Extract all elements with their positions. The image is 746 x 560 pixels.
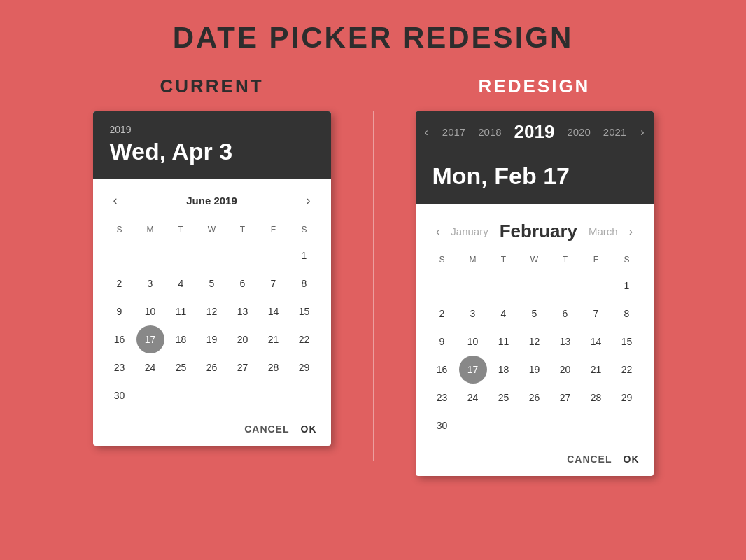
day-cell[interactable]: 4 xyxy=(167,270,195,298)
rd-day-cell[interactable]: 8 xyxy=(613,300,641,328)
month-item-january[interactable]: January xyxy=(451,225,488,237)
redesign-label: REDESIGN xyxy=(479,76,591,97)
day-cell[interactable]: 29 xyxy=(290,354,318,382)
day-cell[interactable]: 11 xyxy=(167,298,195,326)
day-cell[interactable]: 27 xyxy=(229,354,257,382)
rd-day-cell[interactable]: 2 xyxy=(428,300,456,328)
day-header-w1: W xyxy=(198,218,226,241)
rd-day-cell xyxy=(551,412,579,440)
day-cell[interactable]: 28 xyxy=(260,354,288,382)
current-cancel-button[interactable]: CANCEL xyxy=(244,424,289,435)
day-cell[interactable]: 8 xyxy=(290,270,318,298)
day-cell[interactable]: 14 xyxy=(260,298,288,326)
day-cell[interactable]: 18 xyxy=(167,326,195,354)
rd-day-cell[interactable]: 25 xyxy=(490,384,518,412)
current-section: CURRENT 2019 Wed, Apr 3 ‹ June 2019 › S … xyxy=(93,76,331,446)
day-header-t2: T xyxy=(229,218,257,241)
section-divider xyxy=(373,111,374,461)
rd-day-cell[interactable]: 29 xyxy=(613,384,641,412)
rd-day-cell[interactable]: 21 xyxy=(582,356,610,384)
rd-day-cell[interactable]: 13 xyxy=(551,328,579,356)
rd-day-cell[interactable]: 11 xyxy=(490,328,518,356)
day-cell[interactable]: 15 xyxy=(290,298,318,326)
year-item-2018[interactable]: 2018 xyxy=(478,126,501,138)
day-cell[interactable]: 24 xyxy=(136,354,164,382)
rd-day-cell[interactable]: 27 xyxy=(551,384,579,412)
month-item-february-active[interactable]: February xyxy=(500,220,577,242)
day-cell[interactable]: 22 xyxy=(290,326,318,354)
current-calendar-grid: S M T W T F S 1 2 3 xyxy=(104,218,320,410)
day-cell xyxy=(229,382,257,410)
day-cell[interactable]: 21 xyxy=(260,326,288,354)
current-header-date: Wed, Apr 3 xyxy=(110,138,314,165)
rd-day-cell[interactable]: 19 xyxy=(521,356,549,384)
rd-day-cell xyxy=(490,412,518,440)
current-ok-button[interactable]: OK xyxy=(301,424,317,435)
day-cell[interactable]: 25 xyxy=(167,354,195,382)
rd-day-cell[interactable]: 14 xyxy=(582,328,610,356)
redesign-next-year-button[interactable]: › xyxy=(639,126,645,139)
rd-day-cell xyxy=(613,412,641,440)
rd-day-cell-selected[interactable]: 17 xyxy=(459,356,487,384)
year-item-2017[interactable]: 2017 xyxy=(442,126,465,138)
day-cell[interactable]: 9 xyxy=(106,298,134,326)
day-cell[interactable]: 5 xyxy=(198,270,226,298)
rd-day-cell[interactable]: 1 xyxy=(613,272,641,300)
day-header-m1: M xyxy=(136,218,164,241)
rd-day-cell[interactable]: 30 xyxy=(428,412,456,440)
day-cell[interactable]: 13 xyxy=(229,298,257,326)
year-item-2020[interactable]: 2020 xyxy=(567,126,590,138)
redesign-prev-month-button[interactable]: ‹ xyxy=(436,225,439,238)
current-picker-card: 2019 Wed, Apr 3 ‹ June 2019 › S M T W T … xyxy=(93,111,331,446)
day-cell[interactable]: 23 xyxy=(106,354,134,382)
day-cell[interactable]: 19 xyxy=(198,326,226,354)
rd-day-cell[interactable]: 15 xyxy=(613,328,641,356)
redesign-cancel-button[interactable]: CANCEL xyxy=(567,454,612,465)
current-prev-month-button[interactable]: ‹ xyxy=(107,193,124,208)
day-cell[interactable]: 1 xyxy=(290,241,318,270)
rd-day-cell[interactable]: 28 xyxy=(582,384,610,412)
day-cell xyxy=(106,241,134,270)
redesign-header-date-container: Mon, Feb 17 xyxy=(416,155,654,190)
redesign-ok-button[interactable]: OK xyxy=(624,454,640,465)
rd-day-cell[interactable]: 22 xyxy=(613,356,641,384)
rd-day-cell[interactable]: 6 xyxy=(551,300,579,328)
rd-day-cell[interactable]: 10 xyxy=(459,328,487,356)
current-next-month-button[interactable]: › xyxy=(300,193,316,208)
year-item-2019-active[interactable]: 2019 xyxy=(514,121,555,143)
rd-day-cell[interactable]: 3 xyxy=(459,300,487,328)
rd-day-cell[interactable]: 16 xyxy=(428,356,456,384)
rd-day-cell[interactable]: 20 xyxy=(551,356,579,384)
rd-day-cell[interactable]: 7 xyxy=(582,300,610,328)
day-cell[interactable]: 20 xyxy=(229,326,257,354)
redesign-next-month-button[interactable]: › xyxy=(629,225,633,238)
rd-day-cell[interactable]: 12 xyxy=(521,328,549,356)
month-item-march[interactable]: March xyxy=(589,225,618,237)
rd-day-cell[interactable]: 24 xyxy=(459,384,487,412)
rd-day-cell[interactable]: 9 xyxy=(428,328,456,356)
day-cell xyxy=(229,241,257,270)
day-cell xyxy=(198,382,226,410)
day-cell-selected[interactable]: 17 xyxy=(136,326,164,354)
day-cell[interactable]: 6 xyxy=(229,270,257,298)
rd-day-cell[interactable]: 26 xyxy=(521,384,549,412)
day-cell[interactable]: 30 xyxy=(106,382,134,410)
rd-day-cell[interactable]: 18 xyxy=(490,356,518,384)
rd-day-cell[interactable]: 5 xyxy=(521,300,549,328)
day-cell[interactable]: 2 xyxy=(106,270,134,298)
day-cell[interactable]: 7 xyxy=(260,270,288,298)
year-item-2021[interactable]: 2021 xyxy=(603,126,626,138)
redesign-prev-year-button[interactable]: ‹ xyxy=(423,126,430,139)
rd-day-cell xyxy=(459,272,487,300)
day-cell[interactable]: 16 xyxy=(106,326,134,354)
day-cell[interactable]: 12 xyxy=(198,298,226,326)
day-header-s2: S xyxy=(290,218,318,241)
day-cell[interactable]: 3 xyxy=(136,270,164,298)
current-label: CURRENT xyxy=(160,76,263,97)
rd-day-cell[interactable]: 23 xyxy=(428,384,456,412)
rd-day-cell xyxy=(459,412,487,440)
day-cell xyxy=(198,241,226,270)
day-cell[interactable]: 26 xyxy=(198,354,226,382)
day-cell[interactable]: 10 xyxy=(136,298,164,326)
rd-day-cell[interactable]: 4 xyxy=(490,300,518,328)
